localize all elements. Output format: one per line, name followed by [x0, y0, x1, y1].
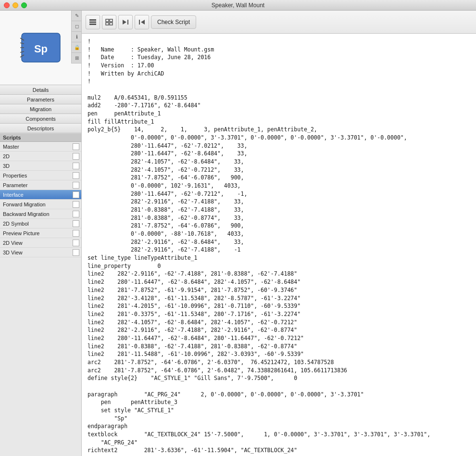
sidebar-item-interface[interactable]: Interface	[0, 190, 81, 200]
speaker-svg: Sp	[19, 26, 63, 69]
sidebar-item-3d[interactable]: 3D	[0, 161, 81, 171]
grid-icon-button[interactable]	[102, 15, 116, 29]
backward-icon-button[interactable]	[135, 15, 149, 29]
forward-icon	[122, 19, 129, 25]
preview-area: Sp ✎ ◻ ℹ 🔒 ⊞	[0, 11, 82, 85]
lock-icon[interactable]: 🔒	[72, 42, 82, 53]
sidebar-item-2d-view[interactable]: 2D View	[0, 238, 81, 248]
2d-symbol-checkbox[interactable]	[73, 220, 79, 227]
toolbar: Check Script	[82, 11, 476, 34]
list-icon-button[interactable]	[86, 15, 100, 29]
sidebar-item-3d-view[interactable]: 3D View	[0, 248, 81, 257]
icon-strip: ✎ ◻ ℹ 🔒 ⊞	[71, 11, 82, 63]
sidebar-item-forward-migration[interactable]: Forward Migration	[0, 200, 81, 209]
code-editor[interactable]: ! ! Name : Speaker, Wall Mount.gsm ! Dat…	[82, 34, 476, 456]
svg-rect-15	[127, 20, 128, 25]
svg-rect-17	[139, 20, 140, 25]
sidebar-item-2d-symbol[interactable]: 2D Symbol	[0, 219, 81, 228]
sidebar-item-2d[interactable]: 2D	[0, 152, 81, 161]
code-content: ! ! Name : Speaker, Wall Mount.gsm ! Dat…	[82, 36, 476, 456]
maximize-button[interactable]	[21, 2, 27, 8]
sidebar-item-parameters[interactable]: Parameters	[0, 95, 81, 104]
svg-marker-14	[123, 20, 126, 25]
svg-marker-16	[141, 20, 145, 25]
check-script-button[interactable]: Check Script	[151, 15, 196, 29]
grid-icon	[105, 19, 113, 25]
svg-rect-12	[106, 23, 109, 25]
sidebar-item-properties[interactable]: Properties	[0, 171, 81, 180]
edit-icon[interactable]: ✎	[72, 11, 82, 21]
3d-view-checkbox[interactable]	[73, 249, 79, 256]
svg-rect-13	[110, 23, 113, 25]
svg-rect-7	[89, 19, 96, 21]
2d-checkbox[interactable]	[73, 153, 79, 160]
sidebar: Sp ✎ ◻ ℹ 🔒 ⊞ Details Paramet	[0, 11, 82, 456]
svg-text:Sp: Sp	[34, 43, 48, 55]
sidebar-item-backward-migration[interactable]: Backward Migration	[0, 209, 81, 219]
sidebar-item-master[interactable]: Master	[0, 142, 81, 152]
window-title: Speaker, Wall Mount	[212, 2, 264, 9]
sidebar-item-migration[interactable]: Migration	[0, 104, 81, 114]
preview-picture-checkbox[interactable]	[73, 230, 79, 237]
minimize-button[interactable]	[13, 2, 18, 8]
window-controls[interactable]	[4, 2, 27, 8]
sidebar-item-details[interactable]: Details	[0, 85, 81, 95]
parameter-checkbox[interactable]	[73, 182, 79, 189]
svg-rect-9	[89, 24, 96, 25]
2d-view-checkbox[interactable]	[73, 240, 79, 246]
right-panel: Check Script ! ! Name : Speaker, Wall Mo…	[82, 11, 476, 456]
sidebar-item-preview-picture[interactable]: Preview Picture	[0, 228, 81, 238]
svg-rect-11	[110, 19, 113, 22]
sidebar-item-descriptors[interactable]: Descriptors	[0, 124, 81, 133]
close-button[interactable]	[4, 2, 10, 8]
3d-checkbox[interactable]	[73, 163, 79, 169]
sidebar-item-components[interactable]: Components	[0, 114, 81, 124]
backward-icon	[138, 19, 146, 25]
sidebar-nav: Details Parameters Migration Components …	[0, 85, 81, 133]
sidebar-item-parameter[interactable]: Parameter	[0, 180, 81, 190]
forward-icon-button[interactable]	[118, 15, 133, 29]
properties-checkbox[interactable]	[73, 172, 79, 179]
visibility-icon[interactable]: ◻	[72, 21, 82, 32]
info-icon[interactable]: ℹ	[72, 32, 82, 42]
backward-migration-checkbox[interactable]	[73, 211, 79, 217]
master-checkbox[interactable]	[73, 143, 79, 150]
list-icon	[89, 19, 97, 25]
svg-rect-10	[106, 19, 109, 22]
image-icon[interactable]: ⊞	[72, 53, 82, 63]
svg-rect-8	[89, 21, 96, 23]
preview-icon: Sp	[14, 21, 67, 74]
interface-checkbox[interactable]	[73, 191, 79, 198]
title-bar: Speaker, Wall Mount	[0, 0, 476, 11]
forward-migration-checkbox[interactable]	[73, 201, 79, 208]
scripts-header: Scripts	[0, 133, 81, 142]
main-content: Sp ✎ ◻ ℹ 🔒 ⊞ Details Paramet	[0, 11, 476, 456]
